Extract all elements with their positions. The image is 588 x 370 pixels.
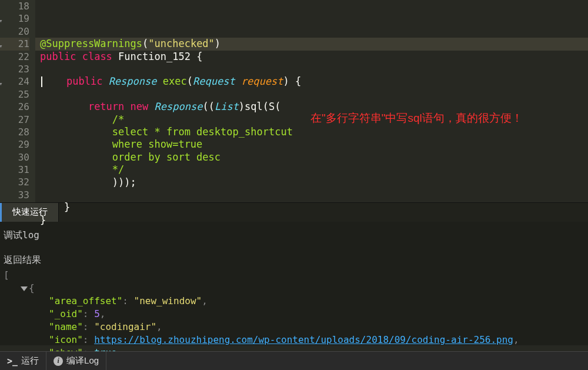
json-object-open: { [4,282,584,295]
code-line[interactable]: } [40,201,588,214]
code-line[interactable]: select * from desktop_shortcut [40,126,588,138]
line-number: 18 [0,0,29,12]
info-icon: i [54,356,63,366]
code-line[interactable]: */ [40,164,588,176]
line-number: 19▾ [0,12,29,25]
line-number: 31 [0,164,29,176]
collapse-icon[interactable] [21,286,28,291]
code-line[interactable] [40,63,588,75]
line-number: 20 [0,25,29,38]
line-number-gutter: 1819▾2021▾222324▾252627282930313233 [0,0,35,202]
line-number: 32 [0,176,29,188]
code-line[interactable]: public class Function_152 { [40,51,588,63]
line-number: 29 [0,138,29,151]
result-heading: 返回结果 [4,254,584,266]
code-line[interactable] [40,189,588,201]
code-line[interactable] [40,88,588,101]
code-line[interactable]: ))); [40,176,588,189]
code-editor[interactable]: 1819▾2021▾222324▾252627282930313233 @Sup… [0,0,588,202]
json-row: "area_offset": "new_window", [4,295,584,308]
line-number: 33 [0,189,29,201]
json-row: "icon": https://blog.zhouzhipeng.com/wp-… [4,334,584,346]
code-line[interactable]: return new Response((List)sql(S( [40,101,588,113]
line-number: 22 [0,51,29,63]
json-open-bracket: [ [4,269,584,282]
compile-log-label: 编译Log [66,355,99,366]
terminal-icon [7,356,18,366]
status-bar: 运行 i 编译Log [0,351,588,370]
line-number: 28 [0,126,29,138]
code-area[interactable]: @SuppressWarnings("unchecked")public cla… [35,0,588,202]
line-number: 21▾ [0,38,29,50]
line-number: 23 [0,63,29,75]
run-button[interactable]: 运行 [0,352,46,370]
line-number: 24▾ [0,75,29,88]
json-row: "_oid": 5, [4,308,584,321]
line-number: 30 [0,151,29,164]
line-number: 26 [0,101,29,113]
code-line[interactable]: } [40,214,588,226]
line-number: 27 [0,114,29,126]
line-number: 25 [0,88,29,101]
code-line[interactable]: /* [40,114,588,126]
code-line[interactable] [40,226,588,239]
console-panel[interactable]: 调试log 返回结果 [ { "area_offset": "new_windo… [0,222,588,345]
code-line[interactable]: public Response exec(Request request) { [40,75,588,88]
compile-log-button[interactable]: i 编译Log [46,352,106,370]
json-row: "name": "codingair", [4,321,584,334]
code-line[interactable]: where show=true [40,138,588,151]
code-line[interactable]: order by sort desc [40,151,588,164]
run-label: 运行 [21,355,39,366]
code-line[interactable]: @SuppressWarnings("unchecked") [40,38,588,50]
